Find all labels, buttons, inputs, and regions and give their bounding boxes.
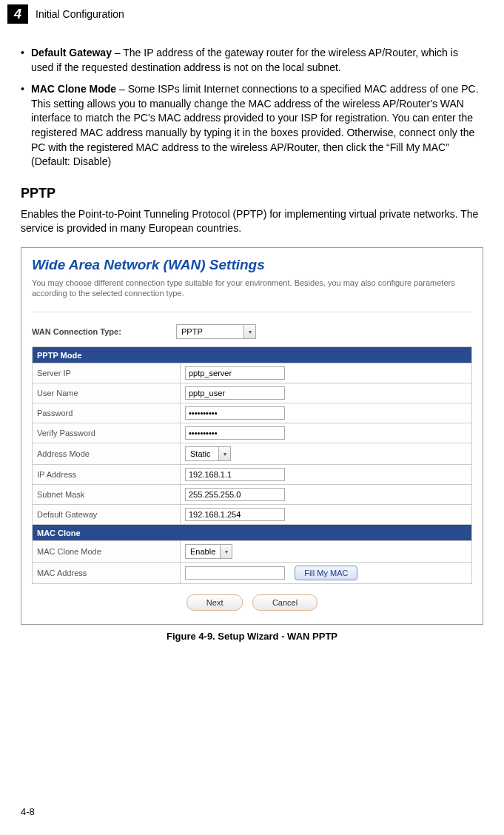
wan-connection-type-value: PPTP bbox=[177, 327, 243, 336]
wan-settings-title: Wide Area Network (WAN) Settings bbox=[32, 257, 472, 273]
wizard-button-row: Next Cancel bbox=[32, 594, 472, 611]
row-address-mode: Address Mode Static ▾ bbox=[33, 443, 472, 465]
label-verify-password: Verify Password bbox=[33, 423, 181, 443]
section-header-mac-clone: MAC Clone bbox=[33, 525, 472, 541]
address-mode-value: Static bbox=[186, 449, 218, 458]
wan-connection-type-select[interactable]: PPTP ▾ bbox=[176, 324, 256, 339]
address-mode-select[interactable]: Static ▾ bbox=[185, 446, 231, 461]
section-row-pptp: PPTP Mode bbox=[33, 347, 472, 363]
wan-settings-desc: You may choose different connection type… bbox=[32, 278, 472, 299]
default-gateway-input[interactable] bbox=[185, 508, 285, 521]
settings-table: PPTP Mode Server IP User Name Password bbox=[32, 346, 472, 584]
mac-address-input[interactable] bbox=[185, 566, 285, 580]
cell-mac-address: Fill My MAC bbox=[181, 563, 472, 584]
label-ip-address: IP Address bbox=[33, 465, 181, 485]
cell-default-gateway bbox=[181, 505, 472, 525]
cell-mac-clone-mode: Enable ▾ bbox=[181, 541, 472, 563]
chevron-down-icon[interactable]: ▾ bbox=[218, 447, 230, 460]
section-header-pptp: PPTP Mode bbox=[33, 347, 472, 363]
section-heading-pptp: PPTP bbox=[21, 186, 483, 201]
bullet-term: MAC Clone Mode bbox=[31, 83, 116, 95]
row-ip-address: IP Address bbox=[33, 465, 472, 485]
label-password: Password bbox=[33, 403, 181, 423]
cancel-button[interactable]: Cancel bbox=[252, 594, 317, 611]
cell-address-mode: Static ▾ bbox=[181, 443, 472, 465]
bullet-mac-clone-mode: • MAC Clone Mode – Some ISPs limit Inter… bbox=[21, 82, 483, 170]
label-user-name: User Name bbox=[33, 383, 181, 403]
row-mac-clone-mode: MAC Clone Mode Enable ▾ bbox=[33, 541, 472, 563]
wan-connection-type-row: WAN Connection Type: PPTP ▾ bbox=[32, 324, 472, 339]
label-subnet-mask: Subnet Mask bbox=[33, 485, 181, 505]
row-verify-password: Verify Password bbox=[33, 423, 472, 443]
label-server-ip: Server IP bbox=[33, 363, 181, 383]
figure-caption: Figure 4-9. Setup Wizard - WAN PPTP bbox=[21, 631, 483, 642]
ip-address-input[interactable] bbox=[185, 468, 285, 481]
cell-ip-address bbox=[181, 465, 472, 485]
mac-clone-mode-value: Enable bbox=[186, 547, 220, 556]
cell-password bbox=[181, 403, 472, 423]
next-button[interactable]: Next bbox=[187, 594, 243, 611]
password-input[interactable] bbox=[185, 406, 285, 420]
page-header: 4 Initial Configuration bbox=[0, 0, 504, 24]
page-content: • Default Gateway – The IP address of th… bbox=[0, 24, 504, 642]
section-row-mac-clone: MAC Clone bbox=[33, 525, 472, 541]
figure-screenshot: Wide Area Network (WAN) Settings You may… bbox=[21, 247, 483, 626]
chevron-down-icon[interactable]: ▾ bbox=[243, 325, 255, 338]
wan-connection-type-label: WAN Connection Type: bbox=[32, 327, 176, 336]
subnet-mask-input[interactable] bbox=[185, 488, 285, 501]
verify-password-input[interactable] bbox=[185, 426, 285, 440]
bullet-text: MAC Clone Mode – Some ISPs limit Interne… bbox=[31, 82, 483, 170]
cell-verify-password bbox=[181, 423, 472, 443]
cell-user-name bbox=[181, 383, 472, 403]
label-default-gateway: Default Gateway bbox=[33, 505, 181, 525]
chapter-badge: 4 bbox=[7, 4, 28, 24]
label-address-mode: Address Mode bbox=[33, 443, 181, 465]
cell-server-ip bbox=[181, 363, 472, 383]
section-paragraph: Enables the Point-to-Point Tunneling Pro… bbox=[21, 207, 483, 235]
chapter-title: Initial Configuration bbox=[36, 8, 124, 20]
label-mac-address: MAC Address bbox=[33, 563, 181, 584]
row-user-name: User Name bbox=[33, 383, 472, 403]
bullet-term: Default Gateway bbox=[31, 47, 112, 58]
row-mac-address: MAC Address Fill My MAC bbox=[33, 563, 472, 584]
bullet-text: Default Gateway – The IP address of the … bbox=[31, 46, 483, 75]
user-name-input[interactable] bbox=[185, 386, 285, 400]
page-number: 4-8 bbox=[21, 806, 35, 817]
fill-my-mac-button[interactable]: Fill My MAC bbox=[295, 566, 357, 580]
server-ip-input[interactable] bbox=[185, 366, 285, 380]
divider bbox=[32, 312, 472, 312]
bullet-default-gateway: • Default Gateway – The IP address of th… bbox=[21, 46, 483, 75]
bullet-desc: – Some ISPs limit Internet connections t… bbox=[31, 83, 479, 167]
row-server-ip: Server IP bbox=[33, 363, 472, 383]
mac-clone-mode-select[interactable]: Enable ▾ bbox=[185, 544, 232, 559]
bullet-marker: • bbox=[21, 46, 31, 75]
cell-subnet-mask bbox=[181, 485, 472, 505]
chevron-down-icon[interactable]: ▾ bbox=[220, 545, 232, 558]
row-subnet-mask: Subnet Mask bbox=[33, 485, 472, 505]
bullet-marker: • bbox=[21, 82, 31, 170]
label-mac-clone-mode: MAC Clone Mode bbox=[33, 541, 181, 563]
row-default-gateway: Default Gateway bbox=[33, 505, 472, 525]
row-password: Password bbox=[33, 403, 472, 423]
